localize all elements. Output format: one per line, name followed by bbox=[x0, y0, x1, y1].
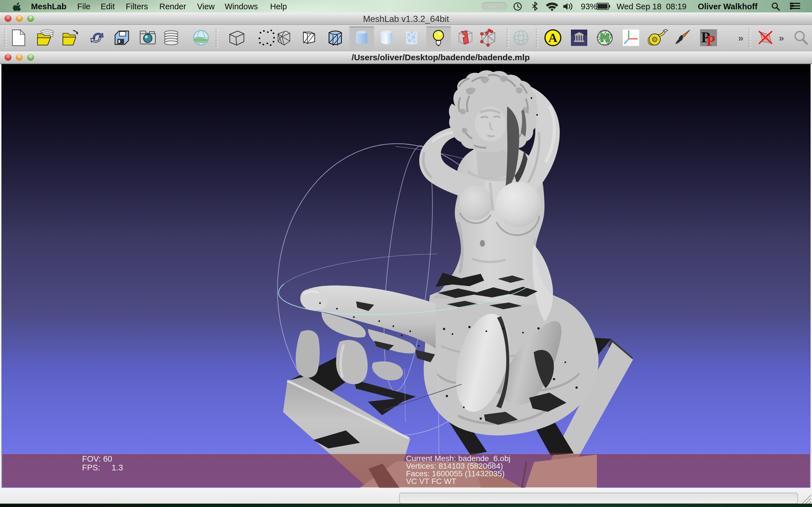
svg-text:A: A bbox=[548, 31, 557, 45]
svg-text:»: » bbox=[738, 33, 744, 43]
svg-text:»: » bbox=[779, 33, 784, 43]
svg-text:P: P bbox=[706, 33, 715, 49]
